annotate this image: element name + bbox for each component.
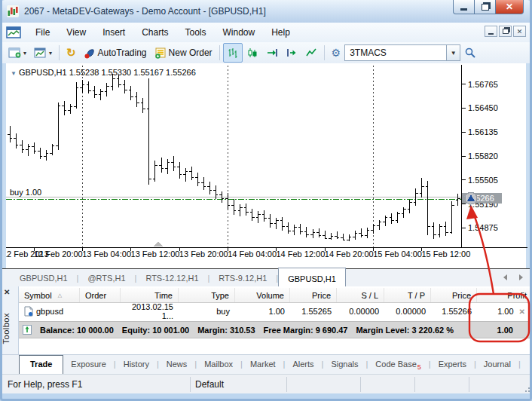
menu-charts[interactable]: Charts — [133, 24, 176, 41]
toolbox-tab-bar: Trade Exposure| History| News| Mailbox| … — [0, 354, 532, 374]
candlestick-chart-icon — [246, 47, 258, 59]
autoscroll-button[interactable] — [262, 43, 282, 63]
gear-icon: ⚙ — [332, 47, 341, 59]
chart-tab-rts[interactable]: @RTS,H1 — [78, 271, 134, 286]
open-order-row[interactable]: gbpusd 2013.02.15 1... buy 1.00 1.55265 … — [19, 302, 532, 320]
profiles-icon — [34, 47, 47, 58]
chart-symbol: GBPUSD,H1 — [19, 68, 67, 77]
bar-chart-button[interactable] — [223, 43, 243, 63]
order-open-price: 1.55265 — [290, 307, 337, 316]
status-bar: For Help, press F1 Default — [0, 374, 532, 394]
tab-journal[interactable]: Journal — [476, 355, 518, 375]
chevron-down-icon: ▾ — [23, 50, 26, 57]
order-current-price: 1.55266 — [431, 307, 477, 316]
scroll-right-icon[interactable] — [519, 274, 523, 280]
line-chart-button[interactable] — [301, 43, 321, 63]
menu-help[interactable]: Help — [263, 24, 298, 41]
menu-view[interactable]: View — [58, 24, 94, 41]
line-chart-icon — [305, 47, 317, 59]
indicators-button[interactable]: ⚙ — [328, 43, 345, 63]
balance-icon — [23, 325, 32, 335]
window-close-button[interactable]: ✕ — [495, 0, 524, 14]
toolbox-vertical-tab[interactable]: Toolbox — [2, 313, 15, 344]
column-label: T / P — [408, 291, 425, 300]
window-maximize-button[interactable] — [474, 0, 496, 14]
close-icon: ✕ — [517, 28, 523, 35]
new-chart-button[interactable]: ▾ — [5, 43, 30, 63]
tab-history[interactable]: History — [116, 355, 157, 375]
column-profit[interactable]: Profit — [477, 288, 532, 302]
close-order-icon[interactable]: ✕ — [519, 308, 525, 316]
column-volume[interactable]: Volume — [235, 288, 290, 302]
window-title: 2067 - MetaDEV-Gateways - Demo Account -… — [24, 6, 266, 17]
chart-ohlc-values: 1.55238 1.55330 1.55167 1.55266 — [69, 68, 196, 77]
time-axis-label: 15 Feb 12:00 — [421, 249, 470, 259]
tab-trade[interactable]: Trade — [19, 355, 63, 375]
tab-exposure[interactable]: Exposure — [63, 355, 113, 375]
close-icon: ✕ — [506, 2, 513, 12]
column-order[interactable]: Order — [80, 288, 121, 302]
search-icon — [464, 47, 476, 59]
chart-tab-rts-9[interactable]: RTS-9.12,H1 — [209, 271, 276, 286]
chart-shift-button[interactable] — [282, 43, 301, 63]
chevron-down-icon: ▼ — [11, 70, 17, 77]
order-type: buy — [179, 307, 235, 316]
scroll-left-icon[interactable] — [503, 274, 507, 280]
tab-signals[interactable]: Signals — [323, 355, 365, 375]
column-price-current[interactable]: Price — [431, 288, 477, 302]
app-icon — [7, 5, 19, 17]
tab-market[interactable]: Market — [243, 355, 283, 375]
column-time[interactable]: Time — [121, 288, 179, 302]
order-document-icon — [24, 306, 33, 317]
equity-value: Equity: 10 001.00 — [122, 326, 189, 335]
child-minimize-button[interactable] — [485, 26, 497, 37]
menu-window[interactable]: Window — [215, 24, 264, 41]
tab-mailbox[interactable]: Mailbox — [197, 355, 240, 375]
chart-tab-bar: GBPUSD,H1| @RTS,H1| RTS-12.12,H1| RTS-9.… — [0, 268, 532, 286]
new-order-button[interactable]: New Order — [151, 43, 216, 63]
child-restore-button[interactable] — [499, 26, 512, 37]
expert-advisors-button[interactable]: ↻ — [63, 43, 80, 63]
candlestick-chart-button[interactable] — [243, 43, 262, 63]
chart-tab-gbpusd-active[interactable]: GBPUSD,H1 — [278, 268, 346, 289]
column-sl[interactable]: S / L — [337, 288, 384, 302]
time-axis-label: 14 Feb 04:00 — [228, 249, 277, 259]
price-chart[interactable]: buy 1.001.567651.564501.561351.558201.55… — [6, 63, 527, 268]
column-symbol[interactable]: Symbol△ — [19, 288, 80, 302]
column-label: Profit — [507, 291, 527, 300]
column-price-open[interactable]: Price — [290, 288, 337, 302]
column-tp[interactable]: T / P — [384, 288, 431, 302]
indicator-combo[interactable]: 3TMACS ▼ — [344, 44, 460, 61]
status-profile[interactable]: Default — [195, 379, 224, 390]
resize-grip[interactable] — [522, 384, 530, 392]
tab-code-base[interactable]: Code Base5 — [368, 355, 428, 375]
combo-dropdown-button[interactable]: ▼ — [446, 44, 460, 61]
chart-tab-gbpusd-1[interactable]: GBPUSD,H1 — [11, 271, 77, 286]
chart-tab-rts-12[interactable]: RTS-12.12,H1 — [136, 271, 207, 286]
autoscroll-icon — [266, 47, 278, 59]
time-axis-label: 13 Feb 04:00 — [82, 249, 131, 259]
autotrading-icon — [84, 47, 96, 59]
tab-alerts[interactable]: Alerts — [285, 355, 321, 375]
tab-separator: | — [518, 355, 521, 369]
status-help-text: For Help, press F1 — [8, 379, 82, 390]
maximize-icon — [482, 4, 489, 11]
menu-file[interactable]: File — [27, 24, 58, 41]
window-minimize-button[interactable] — [453, 0, 475, 14]
trade-table-header: Symbol△ Order Time Type Volume Price S /… — [19, 288, 532, 303]
profiles-button[interactable]: ▾ — [30, 43, 56, 63]
chart-shift-marker — [154, 241, 163, 246]
column-type[interactable]: Type — [179, 288, 235, 302]
search-button[interactable] — [460, 43, 480, 63]
tab-news[interactable]: News — [159, 355, 195, 375]
price-axis-label: 1.54875 — [468, 223, 498, 232]
column-label: Order — [85, 291, 106, 300]
tab-experts[interactable]: Experts — [431, 355, 474, 375]
autotrading-button[interactable]: AutoTrading — [80, 43, 151, 63]
child-close-button[interactable]: ✕ — [513, 26, 526, 37]
menu-insert[interactable]: Insert — [94, 24, 133, 41]
time-axis-label: 14 Feb 20:00 — [325, 249, 374, 259]
indicator-combo-value[interactable]: 3TMACS — [344, 44, 446, 61]
toolbox-close-button[interactable]: ✕ — [4, 288, 10, 296]
menu-tools[interactable]: Tools — [177, 24, 215, 41]
